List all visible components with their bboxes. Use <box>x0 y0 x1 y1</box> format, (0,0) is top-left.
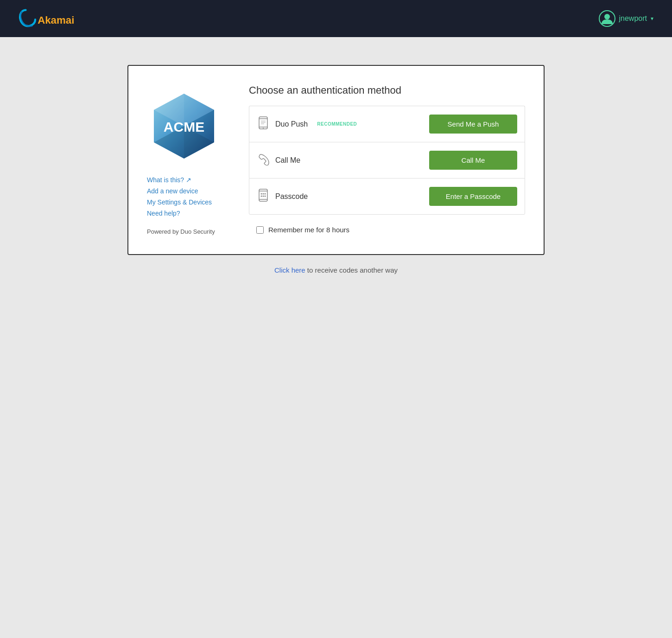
add-new-device-link[interactable]: Add a new device <box>147 187 212 195</box>
akamai-logo: Akamai <box>19 6 74 32</box>
remember-me-label: Remember me for 8 hours <box>268 226 349 234</box>
card-main: Choose an authentication method <box>249 84 525 236</box>
passcode-left: Passcode <box>257 189 308 204</box>
acme-hex-svg: ACME <box>147 89 221 163</box>
svg-point-13 <box>263 128 264 128</box>
passcode-row: Passcode Enter a Passcode <box>249 178 525 215</box>
my-settings-link[interactable]: My Settings & Devices <box>147 198 212 206</box>
card-sidebar: ACME What is this? ↗ Add a new device My… <box>147 84 230 236</box>
bottom-suffix: to receive codes another way <box>305 266 398 274</box>
call-me-button[interactable]: Call Me <box>429 151 517 170</box>
svg-text:Akamai: Akamai <box>38 14 74 26</box>
user-menu[interactable]: jnewport ▾ <box>599 10 653 27</box>
duo-push-left: Duo Push RECOMMENDED <box>257 116 357 132</box>
powered-by-label: Powered by Duo Security <box>147 228 215 235</box>
auth-card: ACME What is this? ↗ Add a new device My… <box>127 65 545 255</box>
what-is-this-link[interactable]: What is this? ↗ <box>147 176 212 184</box>
svg-point-21 <box>263 193 264 194</box>
call-me-left: Call Me <box>257 153 300 168</box>
call-me-label: Call Me <box>275 156 300 165</box>
recommended-badge: RECOMMENDED <box>317 121 357 127</box>
svg-point-25 <box>265 195 266 197</box>
click-here-link[interactable]: Click here <box>274 266 305 274</box>
call-me-row: Call Me Call Me <box>249 142 525 178</box>
header: Akamai jnewport ▾ <box>0 0 672 37</box>
svg-point-24 <box>263 195 264 197</box>
acme-logo: ACME <box>147 89 221 165</box>
chevron-down-icon: ▾ <box>651 15 653 22</box>
enter-passcode-button[interactable]: Enter a Passcode <box>429 187 517 206</box>
bottom-link-container: Click here to receive codes another way <box>274 266 398 274</box>
remember-me-checkbox[interactable] <box>256 226 264 234</box>
username-label: jnewport <box>619 14 647 23</box>
akamai-logo-svg: Akamai <box>19 6 74 32</box>
user-avatar-icon <box>599 10 615 27</box>
duo-push-row: Duo Push RECOMMENDED Send Me a Push <box>249 106 525 142</box>
send-push-button[interactable]: Send Me a Push <box>429 115 517 134</box>
passcode-icon <box>257 189 270 204</box>
sidebar-links: What is this? ↗ Add a new device My Sett… <box>147 176 212 217</box>
svg-point-2 <box>604 14 610 19</box>
auth-methods: Duo Push RECOMMENDED Send Me a Push Call… <box>249 106 525 215</box>
duo-push-label: Duo Push <box>275 120 308 128</box>
call-me-icon <box>257 153 270 168</box>
passcode-label: Passcode <box>275 192 308 201</box>
svg-point-22 <box>265 193 266 194</box>
main-content: ACME What is this? ↗ Add a new device My… <box>0 37 672 293</box>
duo-push-icon <box>257 116 270 132</box>
acme-text: ACME <box>164 119 204 134</box>
remember-me-container: Remember me for 8 hours <box>249 224 525 236</box>
svg-point-20 <box>261 193 262 194</box>
svg-point-23 <box>261 195 262 197</box>
auth-title: Choose an authentication method <box>249 84 525 96</box>
need-help-link[interactable]: Need help? <box>147 210 212 217</box>
